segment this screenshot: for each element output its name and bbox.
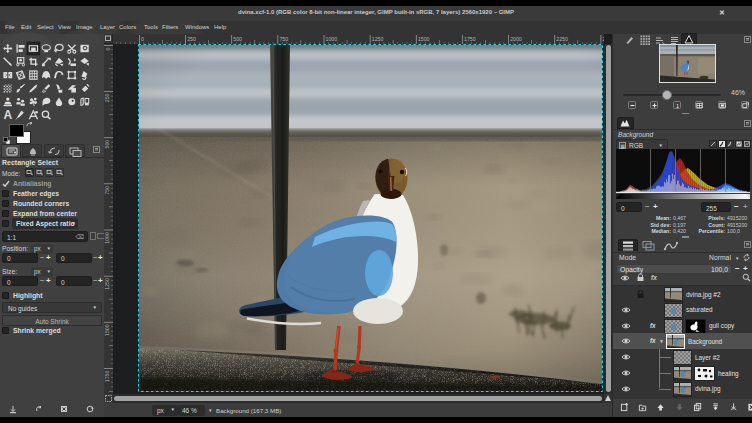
svg-text:0: 0 bbox=[105, 47, 111, 50]
svg-text:1500: 1500 bbox=[418, 36, 430, 42]
svg-text:1000: 1000 bbox=[105, 232, 111, 244]
svg-text:A: A bbox=[3, 108, 12, 122]
svg-text:2500: 2500 bbox=[603, 36, 605, 42]
svg-text:750: 750 bbox=[279, 36, 288, 42]
svg-text:250: 250 bbox=[187, 36, 196, 42]
svg-text:250: 250 bbox=[105, 93, 111, 102]
svg-text:500: 500 bbox=[105, 140, 111, 149]
svg-text:2250: 2250 bbox=[556, 36, 568, 42]
svg-text:1750: 1750 bbox=[464, 36, 476, 42]
svg-text:1250: 1250 bbox=[372, 36, 384, 42]
svg-text:0: 0 bbox=[141, 36, 144, 42]
svg-text:1: 1 bbox=[676, 102, 679, 108]
svg-text:1500: 1500 bbox=[105, 324, 111, 336]
svg-text:1750: 1750 bbox=[105, 370, 111, 382]
svg-text:2000: 2000 bbox=[510, 36, 522, 42]
svg-text:750: 750 bbox=[105, 186, 111, 195]
svg-text:1000: 1000 bbox=[326, 36, 338, 42]
svg-text:1250: 1250 bbox=[105, 278, 111, 290]
svg-text:500: 500 bbox=[233, 36, 242, 42]
